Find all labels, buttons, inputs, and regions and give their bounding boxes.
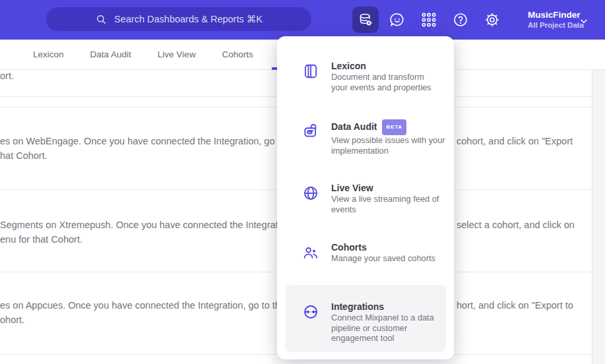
menu-item-title: Cohorts	[331, 241, 435, 253]
menu-item-lexicon[interactable]: Lexicon Document and transform your even…	[302, 60, 447, 92]
integration-row-text: es on WebEngage. Once you have connected…	[0, 135, 302, 147]
menu-item-title: Lexicon	[331, 60, 431, 72]
apps-grid-button[interactable]	[420, 11, 438, 29]
integration-row-text: ort.	[0, 70, 14, 82]
search-placeholder: Search Dashboards & Reports ⌘K	[114, 14, 263, 24]
project-subtitle: All Project Data	[528, 20, 584, 30]
book-icon	[302, 63, 319, 80]
menu-item-data-audit[interactable]: Data AuditBETA View possible issues with…	[302, 119, 447, 156]
lock-audit-icon	[302, 122, 319, 139]
project-switcher[interactable]: MusicFinder All Project Data	[528, 9, 584, 30]
menu-item-description: engagement tool	[331, 333, 434, 344]
menu-item-description: events	[331, 204, 439, 215]
globe-icon	[302, 185, 319, 202]
integration-row-text: es on Appcues. Once you have connected t…	[0, 299, 296, 311]
data-management-dropdown: Lexicon Document and transform your even…	[277, 36, 454, 359]
menu-item-description: implementation	[331, 146, 445, 156]
integration-row-text: Segments on Xtremepush. Once you have co…	[0, 219, 294, 231]
tab-lexicon[interactable]: Lexicon	[33, 49, 64, 59]
menu-item-cohorts[interactable]: Cohorts Manage your saved cohorts	[302, 241, 447, 264]
search-input[interactable]: Search Dashboards & Reports ⌘K	[46, 7, 311, 31]
apps-grid-icon	[420, 11, 437, 28]
help-button[interactable]	[451, 11, 470, 29]
integration-row-text: enu for that Cohort.	[0, 233, 82, 245]
integration-row-text: hort, and click on "Export to	[457, 299, 573, 311]
menu-item-title: Data AuditBETA	[331, 119, 445, 135]
menu-item-title: Integrations	[331, 301, 434, 313]
integration-row-text: select a cohort, and click on	[457, 219, 575, 231]
tab-cohorts[interactable]: Cohorts	[222, 49, 253, 59]
help-icon	[452, 11, 469, 28]
settings-gear-button[interactable]	[483, 11, 501, 29]
search-icon	[95, 13, 108, 26]
feedback-chat-button[interactable]	[388, 11, 406, 29]
menu-item-live-view[interactable]: Live View View a live streaming feed of …	[302, 182, 447, 214]
data-management-icon	[358, 12, 373, 28]
integration-row-text: hat Cohort.	[0, 150, 48, 162]
tab-live-view[interactable]: Live View	[158, 49, 196, 59]
menu-item-integrations[interactable]: Integrations Connect Mixpanel to a data …	[302, 301, 447, 344]
data-management-button[interactable]	[352, 7, 379, 33]
beta-badge: BETA	[382, 119, 406, 135]
menu-item-title: Live View	[331, 182, 439, 194]
integration-row-text: ohort.	[0, 314, 24, 326]
menu-item-description: your events and properties	[331, 82, 431, 93]
menu-item-description: View possible issues with your	[331, 135, 445, 146]
sync-arrows-icon	[302, 303, 319, 320]
menu-item-description: pipeline or customer	[331, 323, 434, 334]
project-name: MusicFinder	[528, 9, 584, 20]
tab-data-audit[interactable]: Data Audit	[90, 49, 131, 59]
menu-item-description: Connect Mixpanel to a data	[331, 313, 434, 323]
right-gutter	[592, 70, 605, 364]
people-icon	[302, 244, 319, 261]
chevron-down-icon[interactable]	[578, 15, 590, 27]
menu-item-description: View a live streaming feed of	[331, 194, 439, 204]
top-navigation-bar: Search Dashboards & Reports ⌘K	[0, 0, 605, 40]
feedback-chat-icon	[389, 11, 406, 28]
menu-item-description: Document and transform	[331, 72, 431, 82]
menu-item-description: Manage your saved cohorts	[331, 253, 435, 264]
integration-row-text: cohort, and click on "Export	[457, 135, 573, 147]
settings-gear-icon	[484, 11, 501, 28]
